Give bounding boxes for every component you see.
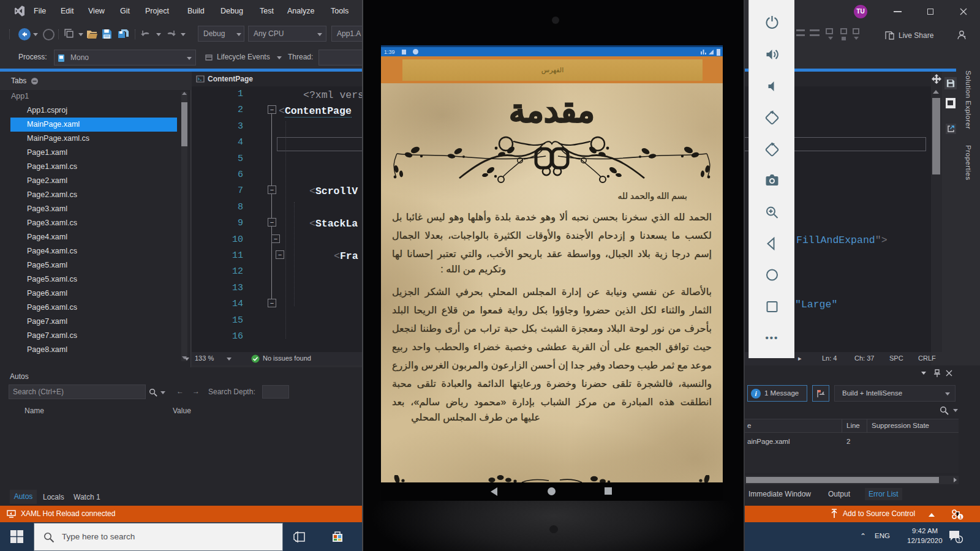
svg-text:1: 1 (959, 514, 962, 520)
